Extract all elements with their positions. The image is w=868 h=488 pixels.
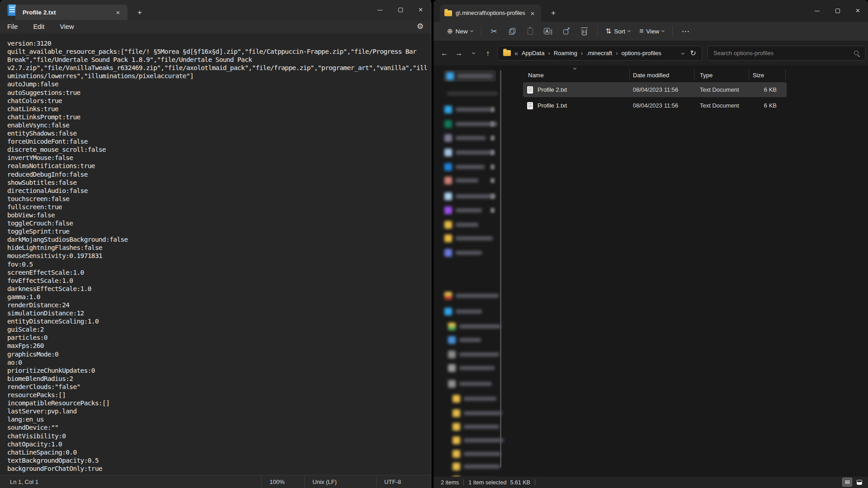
paste-button[interactable] [521, 24, 539, 38]
column-divider[interactable] [629, 69, 630, 79]
sidebar-item-label-blurred [459, 324, 501, 328]
zoom-level[interactable]: 100% [261, 475, 304, 488]
sidebar-item-blurred[interactable] [453, 435, 504, 446]
sidebar-item-blurred[interactable] [444, 132, 486, 143]
details-view-button[interactable] [842, 478, 852, 487]
search-input[interactable] [713, 50, 854, 56]
pin-icon [491, 107, 495, 112]
column-header-type[interactable]: Type [700, 72, 712, 79]
close-button[interactable]: × [848, 0, 868, 22]
sidebar-item-blurred[interactable] [444, 104, 491, 115]
column-divider[interactable] [694, 69, 694, 79]
pin-icon [491, 178, 495, 183]
rename-button[interactable]: A| [539, 24, 557, 38]
close-button[interactable]: × [410, 0, 431, 20]
breadcrumb-separator-icon: › [580, 50, 584, 56]
settings-gear-icon[interactable]: ⚙ [417, 21, 424, 32]
encoding[interactable]: UTF-8 [376, 475, 431, 488]
sidebar-item-blurred[interactable] [448, 349, 499, 360]
breadcrumb-item[interactable]: AppData [519, 48, 547, 58]
tab-close-icon[interactable]: × [113, 7, 123, 17]
sidebar-item-label-blurred [456, 236, 493, 240]
menu-file[interactable]: File [3, 22, 22, 32]
sidebar-item-icon [444, 192, 452, 200]
maximize-button[interactable] [390, 0, 410, 20]
sidebar-item-blurred[interactable] [453, 448, 501, 459]
notepad-editor[interactable]: version:3120 quilt_available_resource_pa… [0, 33, 431, 475]
sidebar-item-blurred[interactable] [444, 205, 482, 216]
view-button[interactable]: ≡ View [635, 24, 669, 38]
sidebar-item-blurred[interactable] [444, 219, 478, 230]
column-header-date-modified[interactable]: Date modified [633, 72, 669, 79]
sidebar-item-blurred[interactable] [453, 408, 502, 418]
up-button[interactable]: ↑ [481, 46, 495, 61]
file-row[interactable]: Profile 2.txt08/04/2023 11:56Text Docume… [523, 82, 787, 97]
sidebar-item-blurred[interactable] [444, 161, 485, 172]
sidebar-item-blurred[interactable] [444, 147, 494, 158]
minimize-button[interactable] [370, 0, 390, 20]
column-divider[interactable] [749, 69, 749, 79]
search-icon[interactable] [854, 50, 860, 56]
navigation-pane [434, 66, 502, 477]
explorer-window: g\.minecraft\options-profiles × + × ⊕ Ne… [434, 0, 868, 488]
file-row[interactable]: Profile 1.txt08/04/2023 11:56Text Docume… [523, 98, 787, 113]
sidebar-item-blurred[interactable] [453, 393, 496, 404]
menu-view[interactable]: View [55, 22, 78, 32]
sidebar-item-blurred[interactable] [448, 334, 481, 345]
forward-button[interactable]: → [452, 46, 466, 61]
sidebar-item-blurred[interactable] [448, 378, 492, 389]
new-tab-button[interactable]: + [547, 8, 559, 19]
column-header-size[interactable]: Size [753, 72, 764, 79]
sidebar-item-label-blurred [464, 425, 499, 429]
minimize-button[interactable] [807, 0, 827, 22]
cut-button[interactable]: ✂ [485, 24, 503, 38]
tab-close-icon[interactable]: × [528, 8, 538, 18]
sidebar-item-blurred[interactable] [453, 461, 500, 472]
share-button[interactable] [557, 24, 576, 38]
sidebar-item-blurred[interactable] [444, 247, 482, 258]
back-button[interactable]: ← [437, 46, 452, 61]
line-ending[interactable]: Unix (LF) [304, 475, 376, 488]
sidebar-item-blurred[interactable] [448, 362, 495, 373]
breadcrumb-item[interactable]: options-profiles [619, 48, 664, 58]
sidebar-item-blurred[interactable] [453, 421, 499, 432]
large-icons-view-button[interactable] [854, 478, 864, 487]
sidebar-item-blurred[interactable] [444, 191, 495, 202]
new-tab-button[interactable]: + [134, 7, 146, 18]
more-options-button[interactable]: ⋯ [676, 24, 694, 38]
menu-edit[interactable]: Edit [28, 22, 49, 32]
breadcrumb-item[interactable]: .minecraft [584, 48, 615, 58]
sidebar-item-blurred[interactable] [444, 290, 499, 301]
sort-button[interactable]: ⇅ Sort [601, 24, 635, 38]
column-header-name[interactable]: Name [528, 72, 544, 79]
sidebar-item-blurred[interactable] [444, 233, 493, 244]
explorer-tab[interactable]: g\.minecraft\options-profiles × [440, 5, 541, 22]
recent-locations-button[interactable] [466, 46, 481, 61]
sidebar-item-label-blurred [464, 438, 504, 442]
new-button[interactable]: ⊕ New [443, 24, 477, 38]
sidebar-item-blurred[interactable] [448, 321, 501, 332]
editor-text[interactable]: version:3120 quilt_available_resource_pa… [7, 39, 431, 473]
sidebar-item-blurred[interactable] [444, 175, 478, 186]
address-dropdown-icon[interactable] [681, 52, 684, 55]
delete-button[interactable] [576, 24, 594, 38]
copy-button[interactable] [503, 24, 521, 38]
address-bar[interactable]: « AppData›Roaming›.minecraft›options-pro… [497, 46, 702, 61]
sidebar-item-blurred[interactable] [444, 306, 482, 317]
notepad-tab[interactable]: Profile 2.txt × [15, 5, 127, 20]
sort-label: Sort [614, 28, 625, 35]
sidebar-item-blurred[interactable] [447, 88, 498, 99]
sidebar-item-icon [453, 463, 460, 470]
column-divider[interactable] [785, 69, 786, 79]
view-icon: ≡ [639, 27, 643, 35]
search-box[interactable] [708, 46, 866, 61]
sidebar-item-label-blurred [456, 194, 495, 198]
breadcrumb-item[interactable]: Roaming [551, 48, 580, 58]
sidebar-item-blurred[interactable] [444, 118, 497, 129]
maximize-button[interactable] [827, 0, 848, 22]
sidebar-item-icon [444, 308, 452, 315]
breadcrumb-overflow-icon[interactable]: « [514, 50, 518, 57]
sidebar-item-blurred[interactable] [443, 70, 496, 82]
explorer-statusbar: 2 items 1 item selected 5.61 KB [434, 477, 868, 488]
refresh-icon[interactable]: ↻ [689, 48, 698, 58]
